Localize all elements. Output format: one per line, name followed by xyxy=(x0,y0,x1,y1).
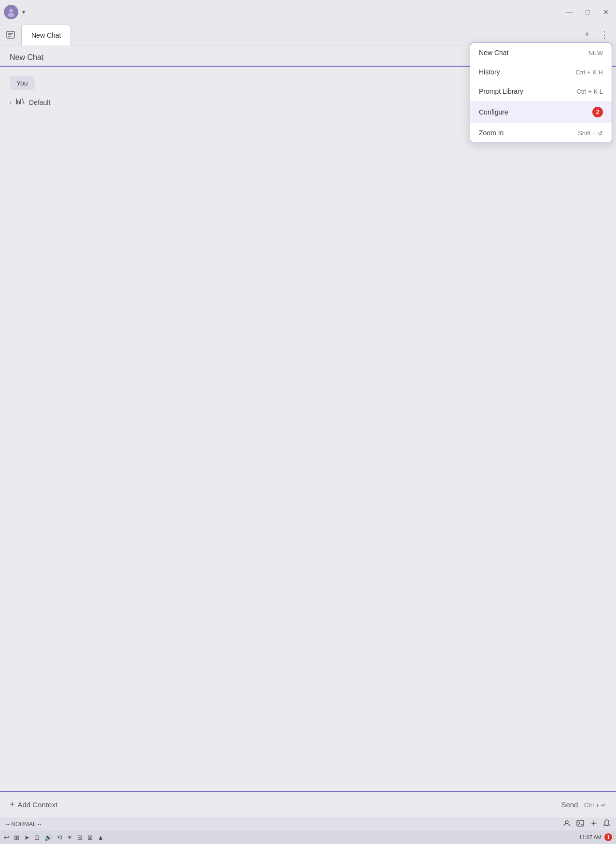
chevron-right-icon: › xyxy=(10,99,12,106)
title-bar-controls: — □ ✕ xyxy=(563,6,612,18)
taskbar-icon-refresh[interactable]: ⟲ xyxy=(57,834,62,841)
tab-label: New Chat xyxy=(31,31,61,39)
model-icon xyxy=(15,98,25,107)
taskbar-icon-box[interactable]: ⊡ xyxy=(34,834,40,841)
sparkle-icon[interactable] xyxy=(590,819,598,829)
taskbar-icon-sound[interactable]: 🔊 xyxy=(44,834,52,841)
menu-item-prompt-library[interactable]: Prompt Library Ctrl + K L xyxy=(470,82,612,101)
dropdown-menu: New Chat NEW History Ctrl + K H Prompt L… xyxy=(470,43,612,143)
terminal-icon[interactable] xyxy=(576,820,584,828)
taskbar-icon-grid[interactable]: ⊞ xyxy=(14,834,19,841)
history-button[interactable] xyxy=(0,24,21,45)
main-content: New Chat You › Default xyxy=(0,45,616,791)
taskbar-right: 11:07 AM 1 xyxy=(579,833,612,841)
menu-new-chat-label: New Chat xyxy=(479,49,508,57)
taskbar-icon-minus-box[interactable]: ⊟ xyxy=(77,834,83,841)
close-button[interactable]: ✕ xyxy=(600,6,612,18)
add-icon: + xyxy=(10,800,15,810)
svg-point-11 xyxy=(565,821,568,824)
menu-item-new-chat[interactable]: New Chat NEW xyxy=(470,43,612,62)
active-tab[interactable]: New Chat xyxy=(21,25,71,45)
menu-item-configure[interactable]: Configure 2 xyxy=(470,101,612,123)
add-context-button[interactable]: + Add Context xyxy=(10,800,57,810)
tab-actions: + ⋮ xyxy=(579,24,616,45)
notification-icon[interactable] xyxy=(603,819,610,829)
svg-point-0 xyxy=(9,9,13,13)
title-bar-dropdown[interactable]: ▾ xyxy=(22,9,25,15)
menu-item-zoom-in[interactable]: Zoom In Shift + ↺ xyxy=(470,123,612,143)
you-badge: You xyxy=(10,76,35,90)
title-bar: ▾ — □ ✕ xyxy=(0,0,616,24)
status-bar-right xyxy=(563,819,610,829)
send-button[interactable]: Send Ctrl + ↵ xyxy=(561,801,606,809)
taskbar-left: ↩ ⊞ ➤ ⊡ 🔊 ⟲ ✶ ⊟ ⊠ ▲ xyxy=(4,834,104,841)
taskbar-badge: 1 xyxy=(604,833,612,841)
send-shortcut: Ctrl + ↵ xyxy=(584,801,606,809)
menu-new-chat-shortcut: NEW xyxy=(588,49,603,57)
bottom-bar: + Add Context Send Ctrl + ↵ xyxy=(0,791,616,817)
status-bar: -- NORMAL -- xyxy=(0,817,616,830)
menu-zoom-in-label: Zoom In xyxy=(479,129,504,137)
menu-prompt-library-label: Prompt Library xyxy=(479,87,523,95)
menu-zoom-in-shortcut: Shift + ↺ xyxy=(578,129,603,137)
svg-line-10 xyxy=(22,99,24,104)
taskbar-time: 11:07 AM xyxy=(579,834,602,840)
taskbar-icon-up[interactable]: ▲ xyxy=(98,834,104,841)
taskbar: ↩ ⊞ ➤ ⊡ 🔊 ⟲ ✶ ⊟ ⊠ ▲ 11:07 AM 1 xyxy=(0,830,616,844)
taskbar-icon-star[interactable]: ✶ xyxy=(67,834,72,841)
svg-point-1 xyxy=(8,13,14,17)
editor-mode: -- NORMAL -- xyxy=(6,821,42,828)
maximize-button[interactable]: □ xyxy=(581,6,594,18)
new-tab-button[interactable]: + xyxy=(579,27,595,43)
send-label: Send xyxy=(561,801,578,809)
title-bar-left: ▾ xyxy=(4,5,25,19)
profile-icon[interactable] xyxy=(563,819,571,829)
taskbar-icon-x-box[interactable]: ⊠ xyxy=(87,834,93,841)
menu-item-history[interactable]: History Ctrl + K H xyxy=(470,62,612,82)
more-menu-button[interactable]: ⋮ xyxy=(597,27,612,43)
configure-badge: 2 xyxy=(592,107,603,117)
add-context-label: Add Context xyxy=(18,801,58,809)
model-name: Default xyxy=(29,99,50,106)
menu-history-label: History xyxy=(479,68,500,76)
menu-prompt-library-shortcut: Ctrl + K L xyxy=(576,88,603,95)
menu-history-shortcut: Ctrl + K H xyxy=(575,69,603,76)
taskbar-icon-send[interactable]: ➤ xyxy=(24,834,29,841)
taskbar-icon-undo[interactable]: ↩ xyxy=(4,834,9,841)
minimize-button[interactable]: — xyxy=(563,6,575,18)
avatar[interactable] xyxy=(4,5,18,19)
menu-configure-label: Configure xyxy=(479,108,508,116)
